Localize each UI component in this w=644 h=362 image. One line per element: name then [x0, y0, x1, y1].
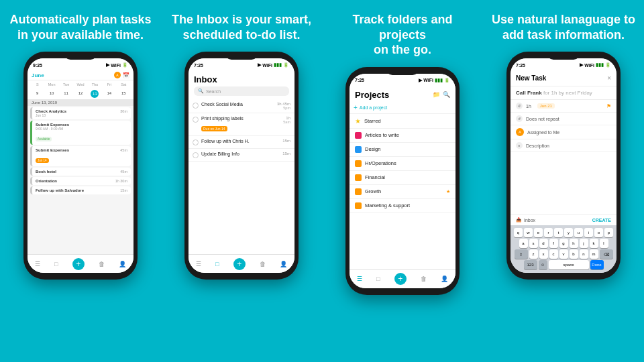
cal-task-orientation[interactable]: Orientation 1h 30m: [30, 177, 131, 185]
icon-trash-1[interactable]: 🗑: [99, 261, 105, 267]
key-s[interactable]: s: [529, 239, 538, 248]
newtask-input[interactable]: Call Frank for 1h by next Friday: [511, 86, 616, 100]
cal-day-12[interactable]: 12: [73, 90, 87, 98]
inbox-item-2[interactable]: Print shipping labels Due on Jun 14 1h 5…: [189, 113, 294, 136]
folder-icon[interactable]: 📁: [433, 91, 440, 98]
key-123[interactable]: 123: [524, 260, 537, 269]
key-backspace[interactable]: ⌫: [600, 249, 613, 259]
key-c[interactable]: c: [549, 249, 558, 259]
add-button-3[interactable]: +: [394, 273, 407, 285]
panel1-title: Automatically plan tasks in your availab…: [9, 12, 151, 42]
key-l[interactable]: l: [600, 239, 608, 248]
bottom-bar-2: ☰ □ + 🗑 👤: [189, 254, 294, 273]
inbox-item-3-content: Follow up with Chris H.: [201, 139, 280, 143]
key-b[interactable]: b: [570, 249, 578, 259]
key-space[interactable]: space: [549, 260, 589, 269]
inbox-search[interactable]: 🔍 Search: [194, 86, 289, 96]
key-done[interactable]: Done: [590, 260, 604, 269]
search-icon-projects[interactable]: 🔍: [443, 91, 450, 98]
inbox-item-4[interactable]: Update Billing Info 15m: [189, 149, 294, 162]
cal-day-11[interactable]: 11: [59, 90, 73, 98]
icon-trash-3[interactable]: 🗑: [421, 276, 427, 282]
key-f[interactable]: f: [549, 239, 558, 248]
key-emoji[interactable]: ☺: [539, 260, 547, 269]
icon-user-3[interactable]: 👤: [441, 276, 448, 282]
key-x[interactable]: x: [539, 249, 548, 259]
key-q[interactable]: q: [514, 228, 523, 237]
cal-day-15[interactable]: 15: [117, 90, 131, 98]
create-button[interactable]: CREATE: [592, 218, 611, 223]
checkbox-3[interactable]: [193, 139, 199, 145]
key-u[interactable]: u: [574, 228, 583, 237]
close-icon[interactable]: ×: [607, 74, 611, 82]
cal-day-9[interactable]: 9: [30, 90, 44, 98]
checkbox-2[interactable]: [193, 117, 199, 123]
project-icon-growth: [355, 188, 362, 195]
icon-list-2[interactable]: ☰: [196, 261, 201, 267]
key-h[interactable]: h: [570, 239, 578, 248]
key-j[interactable]: j: [580, 239, 588, 248]
icon-inbox-1[interactable]: □: [54, 261, 58, 267]
key-y[interactable]: y: [564, 228, 573, 237]
project-name-hr: Hr/Operations: [365, 160, 450, 166]
field-repeat[interactable]: ↺ Does not repeat: [511, 113, 616, 125]
screen-inbox: 7:25 ▶WiFi▮▮▮🔋 Inbox 🔍 Search Check Soci…: [189, 58, 294, 273]
key-e[interactable]: e: [534, 228, 543, 237]
project-marketing[interactable]: Marketing & support: [350, 199, 455, 213]
inbox-item-3[interactable]: Follow up with Chris H. 15m: [189, 136, 294, 149]
inbox-item-2-content: Print shipping labels Due on Jun 14: [201, 116, 280, 133]
field-description[interactable]: ≡ Description: [511, 139, 616, 152]
key-w[interactable]: w: [524, 228, 533, 237]
task-dur-check-analytics: 30m: [120, 109, 127, 113]
project-icon-articles: [355, 132, 362, 139]
icon-list-3[interactable]: ☰: [357, 276, 362, 282]
icon-inbox-3[interactable]: □: [376, 276, 380, 282]
inbox-item-1[interactable]: Check Social Media 3h 45m 5pm: [189, 99, 294, 113]
project-growth[interactable]: Growth ★: [350, 185, 455, 199]
key-k[interactable]: k: [590, 239, 598, 248]
icon-inbox-2[interactable]: □: [215, 261, 219, 267]
icon-trash-2[interactable]: 🗑: [260, 261, 266, 267]
checkbox-4[interactable]: [193, 152, 199, 158]
cal-day-14[interactable]: 14: [102, 90, 116, 98]
key-a[interactable]: a: [519, 239, 528, 248]
cal-task-submit-expenses-2[interactable]: Submit Expenses Jun 14 45m: [30, 146, 131, 166]
cal-task-submit-expenses[interactable]: Submit Expenses 9:00 AM - 9:00 AM Availa…: [30, 121, 131, 145]
key-m[interactable]: m: [590, 249, 598, 259]
field-duration[interactable]: ⏱ 1h Jun 21 ⚑: [511, 100, 616, 113]
cal-icon[interactable]: 📅: [123, 72, 129, 78]
key-v[interactable]: v: [559, 249, 568, 259]
projects-add[interactable]: + Add a project: [350, 102, 455, 114]
status-icons-3: ▶WiFi▮▮▮🔋: [419, 78, 450, 83]
cal-day-13-today[interactable]: 13: [91, 90, 99, 98]
add-button-2[interactable]: +: [233, 258, 246, 270]
cal-day-10[interactable]: 10: [44, 90, 58, 98]
key-g[interactable]: g: [559, 239, 568, 248]
key-n[interactable]: n: [580, 249, 588, 259]
cal-task-check-analytics[interactable]: Check Analytics Jun 13 30m: [30, 107, 131, 119]
project-design[interactable]: Design: [350, 143, 455, 157]
icon-list-1[interactable]: ☰: [35, 261, 40, 267]
icon-user-1[interactable]: 👤: [119, 261, 126, 267]
checkbox-1[interactable]: [193, 103, 199, 109]
cal-task-book-hotel[interactable]: Book hotel 45m: [30, 168, 131, 176]
key-o[interactable]: o: [594, 228, 603, 237]
icon-user-2[interactable]: 👤: [280, 261, 287, 267]
project-financial[interactable]: Financial: [350, 171, 455, 185]
key-i[interactable]: i: [584, 228, 593, 237]
panel-newtask: Use natural lanaguage to add task inform…: [483, 0, 644, 362]
key-z[interactable]: z: [529, 249, 538, 259]
add-button-1[interactable]: +: [72, 258, 85, 270]
field-assignee[interactable]: A Assigned to Me: [511, 125, 616, 139]
key-p[interactable]: p: [604, 228, 613, 237]
project-starred[interactable]: ★ Starred: [350, 114, 455, 129]
project-hr[interactable]: Hr/Operations: [350, 157, 455, 171]
inbox-item-1-name: Check Social Media: [201, 102, 274, 107]
project-articles[interactable]: Articles to write: [350, 129, 455, 143]
key-shift[interactable]: ⇧: [515, 249, 528, 259]
key-r[interactable]: r: [544, 228, 553, 237]
key-t[interactable]: t: [554, 228, 563, 237]
inbox-item-4-name: Update Billing Info: [201, 152, 280, 156]
cal-task-followup[interactable]: Follow up with Salvadore 15m: [30, 186, 131, 194]
key-d[interactable]: d: [539, 239, 548, 248]
